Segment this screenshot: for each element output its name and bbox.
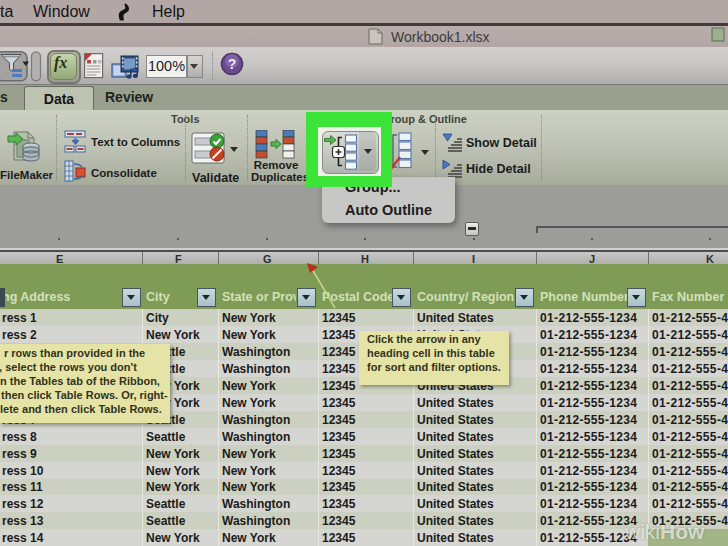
svg-text:?: ? <box>228 56 237 72</box>
